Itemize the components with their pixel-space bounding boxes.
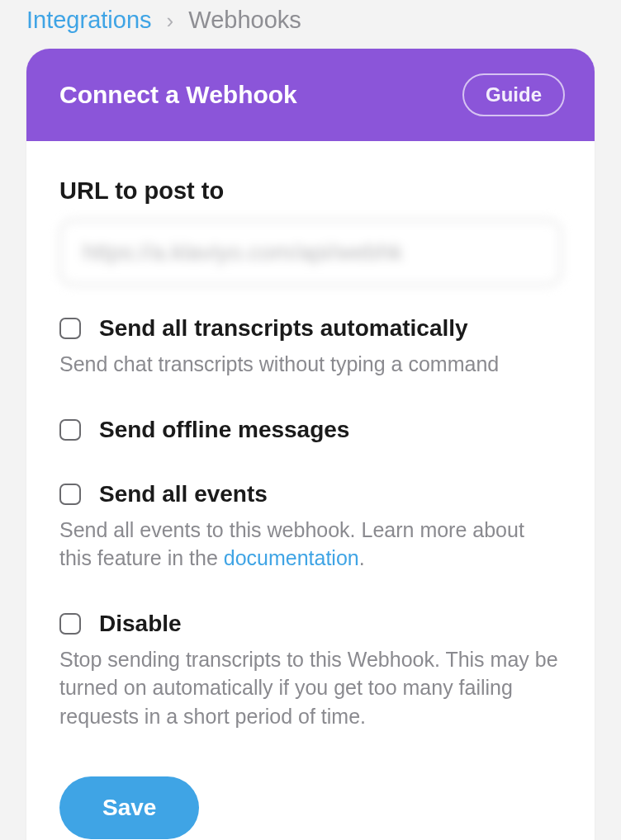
option-send-transcripts: Send all transcripts automatically Send …: [59, 315, 562, 379]
documentation-link[interactable]: documentation: [224, 546, 359, 569]
option-title: Send offline messages: [99, 417, 349, 443]
option-desc: Stop sending transcripts to this Webhook…: [59, 645, 562, 731]
option-send-events: Send all events Send all events to this …: [59, 481, 562, 573]
option-send-offline: Send offline messages: [59, 417, 562, 443]
card-title: Connect a Webhook: [59, 81, 297, 109]
option-title: Send all transcripts automatically: [99, 315, 468, 342]
webhook-card: Connect a Webhook Guide URL to post to S…: [26, 49, 595, 840]
checkbox-send-offline[interactable]: [59, 419, 81, 441]
guide-button[interactable]: Guide: [462, 73, 565, 116]
option-disable: Disable Stop sending transcripts to this…: [59, 611, 562, 731]
breadcrumb-current: Webhooks: [188, 7, 301, 33]
option-desc-text: Stop sending transcripts to this Webhook…: [59, 648, 558, 728]
option-desc-text: Send chat transcripts without typing a c…: [59, 352, 499, 375]
option-desc: Send all events to this webhook. Learn m…: [59, 516, 562, 573]
option-title: Send all events: [99, 481, 268, 507]
option-desc: Send chat transcripts without typing a c…: [59, 350, 562, 379]
breadcrumb-link-integrations[interactable]: Integrations: [26, 7, 152, 33]
checkbox-disable[interactable]: [59, 613, 81, 635]
url-input[interactable]: [59, 219, 562, 286]
card-header: Connect a Webhook Guide: [26, 49, 595, 141]
option-desc-text-post: .: [359, 546, 365, 569]
url-field-label: URL to post to: [59, 177, 562, 205]
breadcrumb-separator: ›: [167, 8, 174, 33]
checkbox-send-transcripts[interactable]: [59, 318, 81, 339]
checkbox-send-events[interactable]: [59, 484, 81, 505]
card-body: URL to post to Send all transcripts auto…: [26, 141, 595, 840]
breadcrumb: Integrations › Webhooks: [0, 0, 621, 49]
option-title: Disable: [99, 611, 182, 637]
save-button[interactable]: Save: [59, 776, 199, 839]
